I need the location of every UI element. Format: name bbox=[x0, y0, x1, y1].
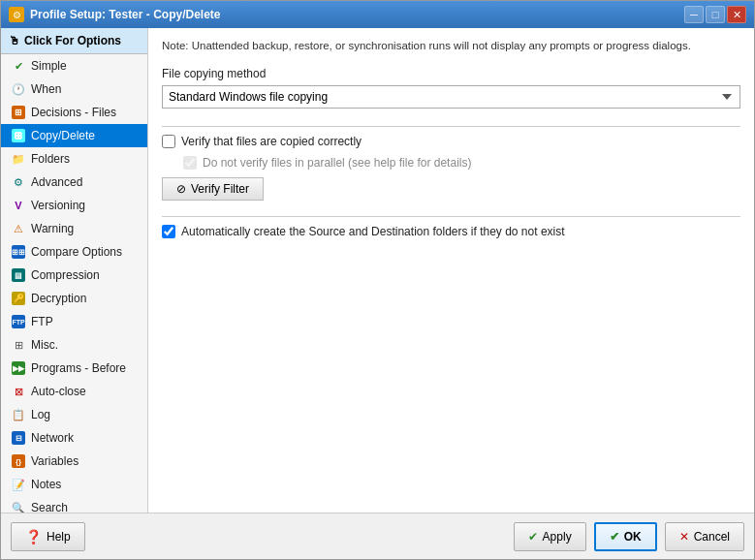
window-title: Profile Setup: Tester - Copy/Delete bbox=[30, 8, 220, 21]
sidebar-item-decisions-label: Decisions - Files bbox=[31, 106, 116, 119]
sidebar-item-search[interactable]: 🔍 Search bbox=[1, 496, 147, 513]
auto-create-label: Automatically create the Source and Dest… bbox=[181, 225, 565, 238]
auto-close-icon: ⊠ bbox=[11, 384, 26, 399]
sidebar-header[interactable]: 🖱 Click For Options bbox=[1, 28, 147, 54]
sidebar-item-decryption[interactable]: 🔑 Decryption bbox=[1, 287, 147, 310]
app-icon: ⚙ bbox=[9, 7, 24, 22]
cancel-icon: ✕ bbox=[679, 530, 689, 544]
auto-create-checkbox[interactable] bbox=[162, 225, 175, 238]
sidebar-item-misc[interactable]: ⊞ Misc. bbox=[1, 333, 147, 357]
warning-icon: ⚠ bbox=[11, 221, 26, 236]
verify-filter-label: Verify Filter bbox=[191, 182, 249, 196]
sidebar-item-variables[interactable]: {} Variables bbox=[1, 450, 147, 473]
sidebar-item-copy-delete-label: Copy/Delete bbox=[31, 129, 95, 142]
apply-button[interactable]: ✔ Apply bbox=[514, 522, 586, 551]
sidebar-item-notes[interactable]: 📝 Notes bbox=[1, 473, 147, 496]
maximize-button[interactable]: □ bbox=[706, 6, 725, 23]
sidebar-item-misc-label: Misc. bbox=[31, 338, 58, 352]
sidebar-item-compression-label: Compression bbox=[31, 268, 100, 282]
close-button[interactable]: ✕ bbox=[727, 6, 746, 23]
sidebar-item-log-label: Log bbox=[31, 408, 50, 421]
sidebar-item-auto-close-label: Auto-close bbox=[31, 385, 86, 398]
folders-icon: 📁 bbox=[11, 151, 26, 167]
auto-create-row: Automatically create the Source and Dest… bbox=[162, 225, 740, 238]
sidebar-header-icon: 🖱 bbox=[9, 34, 20, 47]
sidebar-item-compression[interactable]: ▤ Compression bbox=[1, 264, 147, 287]
sidebar-item-advanced-label: Advanced bbox=[31, 175, 82, 189]
sidebar-item-versioning[interactable]: V Versioning bbox=[1, 194, 147, 217]
footer-left: ❓ Help bbox=[11, 522, 85, 551]
help-button[interactable]: ❓ Help bbox=[11, 522, 85, 551]
main-window: ⚙ Profile Setup: Tester - Copy/Delete ─ … bbox=[0, 0, 755, 560]
file-copying-row: Standard Windows file copying Buffered c… bbox=[162, 85, 740, 109]
verify-filter-button[interactable]: ⊘ Verify Filter bbox=[162, 177, 264, 201]
sidebar-item-folders[interactable]: 📁 Folders bbox=[1, 147, 147, 171]
title-bar: ⚙ Profile Setup: Tester - Copy/Delete ─ … bbox=[1, 1, 754, 28]
notes-icon: 📝 bbox=[11, 477, 26, 492]
sidebar-item-simple-label: Simple bbox=[31, 59, 67, 73]
sidebar-item-ftp[interactable]: FTP FTP bbox=[1, 310, 147, 333]
when-icon: 🕐 bbox=[11, 81, 26, 97]
compression-icon: ▤ bbox=[11, 267, 26, 283]
sidebar-item-compare-label: Compare Options bbox=[31, 245, 122, 259]
ok-icon: ✔ bbox=[610, 530, 619, 544]
sidebar-item-when-label: When bbox=[31, 82, 61, 96]
sidebar-item-search-label: Search bbox=[31, 501, 68, 513]
ok-button[interactable]: ✔ OK bbox=[594, 522, 657, 551]
misc-icon: ⊞ bbox=[11, 337, 26, 353]
file-copying-dropdown[interactable]: Standard Windows file copying Buffered c… bbox=[162, 85, 740, 109]
sidebar-item-notes-label: Notes bbox=[31, 478, 61, 491]
sidebar-item-variables-label: Variables bbox=[31, 454, 79, 468]
verify-label: Verify that files are copied correctly bbox=[181, 135, 362, 148]
separator-2 bbox=[162, 216, 740, 217]
sidebar-item-ftp-label: FTP bbox=[31, 315, 53, 328]
versioning-icon: V bbox=[11, 198, 26, 213]
compare-icon: ⊞⊞ bbox=[11, 244, 26, 260]
sidebar-item-network[interactable]: ⊟ Network bbox=[1, 426, 147, 450]
programs-icon: ▶▶ bbox=[11, 360, 26, 376]
verify-checkbox[interactable] bbox=[162, 135, 175, 148]
minimize-button[interactable]: ─ bbox=[684, 6, 704, 23]
ftp-icon: FTP bbox=[11, 314, 26, 329]
verify-filter-icon: ⊘ bbox=[176, 182, 186, 196]
simple-icon: ✔ bbox=[11, 58, 26, 74]
sidebar-item-decisions-files[interactable]: ⊞ Decisions - Files bbox=[1, 101, 147, 124]
decryption-icon: 🔑 bbox=[11, 291, 26, 306]
note-text: Note: Unattended backup, restore, or syn… bbox=[162, 38, 740, 53]
sidebar-item-programs-label: Programs - Before bbox=[31, 361, 126, 375]
help-label: Help bbox=[47, 530, 71, 544]
verify-btn-container: ⊘ Verify Filter bbox=[162, 177, 740, 201]
variables-icon: {} bbox=[11, 453, 26, 469]
footer-right: ✔ Apply ✔ OK ✕ Cancel bbox=[514, 522, 744, 551]
search-icon: 🔍 bbox=[11, 500, 26, 513]
ok-label: OK bbox=[624, 530, 642, 544]
sidebar-item-auto-close[interactable]: ⊠ Auto-close bbox=[1, 380, 147, 403]
apply-icon: ✔ bbox=[528, 530, 538, 544]
sidebar-item-advanced[interactable]: ⚙ Advanced bbox=[1, 171, 147, 194]
file-copying-label: File copying method bbox=[162, 67, 740, 80]
sidebar-item-warning[interactable]: ⚠ Warning bbox=[1, 217, 147, 240]
cancel-label: Cancel bbox=[694, 530, 730, 544]
log-icon: 📋 bbox=[11, 407, 26, 422]
verify-checkbox-row: Verify that files are copied correctly bbox=[162, 135, 740, 148]
parallel-label: Do not verify files in parallel (see hel… bbox=[203, 156, 471, 170]
separator-1 bbox=[162, 126, 740, 127]
sidebar-item-programs-before[interactable]: ▶▶ Programs - Before bbox=[1, 357, 147, 380]
sidebar-item-when[interactable]: 🕐 When bbox=[1, 78, 147, 101]
cancel-button[interactable]: ✕ Cancel bbox=[665, 522, 744, 551]
copy-delete-icon: ⊞ bbox=[11, 128, 26, 143]
main-content: 🖱 Click For Options ✔ Simple 🕐 When ⊞ De… bbox=[1, 28, 754, 513]
sidebar-item-copy-delete[interactable]: ⊞ Copy/Delete bbox=[1, 124, 147, 147]
sidebar-item-log[interactable]: 📋 Log bbox=[1, 403, 147, 426]
sidebar: 🖱 Click For Options ✔ Simple 🕐 When ⊞ De… bbox=[1, 28, 148, 513]
sidebar-item-network-label: Network bbox=[31, 431, 74, 445]
help-icon: ❓ bbox=[25, 529, 42, 544]
network-icon: ⊟ bbox=[11, 430, 26, 446]
sidebar-item-warning-label: Warning bbox=[31, 222, 74, 235]
decisions-icon: ⊞ bbox=[11, 105, 26, 120]
sidebar-item-simple[interactable]: ✔ Simple bbox=[1, 54, 147, 78]
apply-label: Apply bbox=[543, 530, 572, 544]
parallel-checkbox[interactable] bbox=[183, 156, 197, 170]
content-area: Note: Unattended backup, restore, or syn… bbox=[148, 28, 754, 513]
sidebar-item-compare-options[interactable]: ⊞⊞ Compare Options bbox=[1, 240, 147, 264]
